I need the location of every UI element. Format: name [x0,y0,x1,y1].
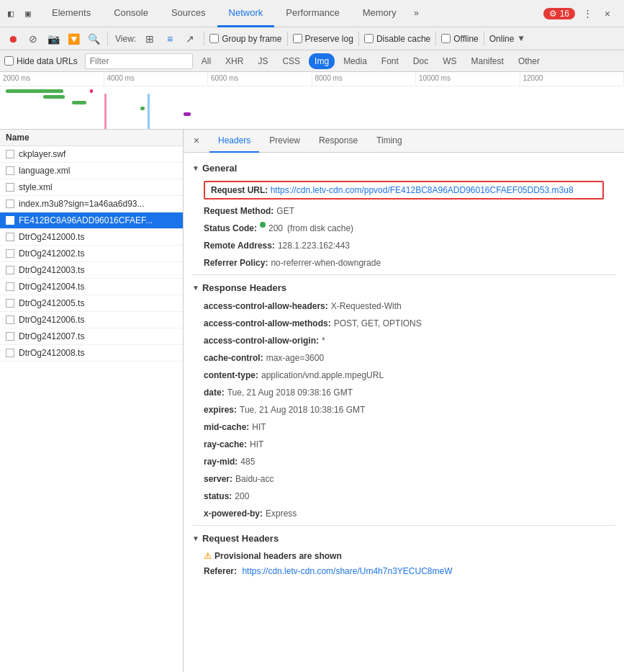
file-item-language[interactable]: language.xml [0,163,183,179]
record-button[interactable]: ⏺ [4,30,22,48]
resp-header-key-9: ray-mid: [204,455,238,468]
tab-sources[interactable]: Sources [160,0,217,27]
resp-header-key-7: mid-cache: [204,421,249,434]
resp-header-key-2: access-control-allow-origin: [204,334,319,347]
resp-header-val-3: max-age=3600 [266,351,324,364]
resp-header-key-6: expires: [204,403,237,416]
filter-doc[interactable]: Doc [407,53,434,69]
filter-js[interactable]: JS [252,53,273,69]
view-arrows-button[interactable]: ↗ [181,30,199,48]
detail-panel: × Headers Preview Response Timing ▼ Gene… [184,130,624,672]
file-checkbox [6,233,14,241]
request-headers-section-header[interactable]: ▼ Request Headers [192,529,615,548]
file-item-dtrog-4[interactable]: DtrOg2412004.ts [0,279,183,295]
request-url-box: Request URL: https://cdn.letv-cdn.com/pp… [204,181,604,200]
dock-main-icon[interactable]: ▣ [20,6,36,22]
file-item-index-m3u8[interactable]: index.m3u8?sign=1a46aa6d93... [0,196,183,212]
timeline-bars [0,86,624,129]
resp-header-key-11: status: [204,490,232,503]
detail-tab-response[interactable]: Response [310,130,366,153]
tab-elements[interactable]: Elements [40,0,102,27]
timeline-ruler: 2000 ms 4000 ms 6000 ms 8000 ms 10000 ms… [0,72,624,86]
file-checkbox [6,183,14,192]
filter-xhr[interactable]: XHR [220,53,249,69]
filter-other[interactable]: Other [512,53,546,69]
file-item-dtrog-2[interactable]: DtrOg2412002.ts [0,246,183,262]
toolbar-separator-2 [204,32,204,46]
resp-header-val-7: HIT [252,421,266,434]
camera-button[interactable]: 📷 [45,30,62,48]
disable-cache-checkbox[interactable]: Disable cache [364,34,430,44]
file-item-style[interactable]: style.xml [0,179,183,196]
detail-tab-headers[interactable]: Headers [209,130,259,153]
response-headers-section-header[interactable]: ▼ Response Headers [192,278,615,297]
resp-header-val-6: Tue, 21 Aug 2018 10:38:16 GMT [240,403,365,416]
file-checkbox [6,216,14,225]
filter-button[interactable]: 🔽 [65,30,82,48]
preserve-log-input[interactable] [293,34,302,43]
resp-header-row-5: date: Tue, 21 Aug 2018 09:38:16 GMT [192,384,615,401]
more-options-icon[interactable]: ✕ [600,6,615,22]
detail-close-button[interactable]: × [189,134,204,148]
view-grid-button[interactable]: ⊞ [141,30,158,48]
preserve-log-label: Preserve log [305,34,353,44]
group-by-frame-checkbox[interactable]: Group by frame [209,34,281,44]
preserve-log-checkbox[interactable]: Preserve log [293,34,353,44]
hide-data-urls-input[interactable] [4,56,14,66]
filter-img[interactable]: Img [309,53,335,69]
view-lines-button[interactable]: ≡ [161,30,178,48]
offline-checkbox[interactable]: Offline [441,34,478,44]
file-name: DtrOg2412002.ts [19,248,177,259]
disable-cache-input[interactable] [364,34,374,43]
file-item-dtrog-3[interactable]: DtrOg2412003.ts [0,262,183,279]
general-section-header[interactable]: ▼ General [192,158,615,178]
hide-data-urls-checkbox[interactable]: Hide data URLs [4,56,78,66]
file-item-dtrog-8[interactable]: DtrOg2412008.ts [0,345,183,362]
main-area: Name ckplayer.swf language.xml style.xml… [0,130,624,672]
resp-header-val-11: 200 [235,490,249,503]
filter-manifest[interactable]: Manifest [466,53,510,69]
tab-network[interactable]: Network [217,0,275,27]
stop-button[interactable]: ⊘ [24,30,42,48]
filter-input[interactable] [85,53,193,69]
file-item-dtrog-0[interactable]: DtrOg2412000.ts [0,229,183,246]
filter-font[interactable]: Font [376,53,404,69]
file-item-dtrog-6[interactable]: DtrOg2412006.ts [0,312,183,328]
filter-css[interactable]: CSS [276,53,306,69]
group-by-frame-input[interactable] [209,34,219,43]
resp-header-row-3: cache-control: max-age=3600 [192,349,615,367]
hide-data-urls-label: Hide data URLs [17,56,78,66]
online-dropdown-icon[interactable]: ▼ [518,34,523,44]
referer-key: Referer: [204,566,237,576]
tab-more-button[interactable]: » [408,0,425,27]
status-green-dot [260,222,266,228]
file-item-dtrog-5[interactable]: DtrOg2412005.ts [0,295,183,312]
toolbar-separator-1 [107,32,108,46]
general-section-arrow: ▼ [192,164,199,172]
file-item-dtrog-7[interactable]: DtrOg2412007.ts [0,328,183,345]
resp-header-row-6: expires: Tue, 21 Aug 2018 10:38:16 GMT [192,401,615,418]
settings-icon[interactable]: ⋮ [579,6,595,22]
file-checkbox [6,150,14,158]
resp-header-key-10: server: [204,472,232,485]
file-item-ckplayer[interactable]: ckplayer.swf [0,146,183,163]
filter-media[interactable]: Media [338,53,373,69]
resp-header-row-8: ray-cache: HIT [192,436,615,453]
tab-memory[interactable]: Memory [351,0,408,27]
tab-console[interactable]: Console [102,0,160,27]
search-button[interactable]: 🔍 [85,30,102,48]
filter-bar: Hide data URLs All XHR JS CSS Img Media … [0,50,624,72]
offline-input[interactable] [441,34,451,43]
detail-tab-preview[interactable]: Preview [261,130,309,153]
detail-tab-timing[interactable]: Timing [368,130,411,153]
remote-address-value: 128.1.223.162:443 [278,239,350,252]
resp-header-val-2: * [322,334,325,347]
tick-4000: 4000 ms [104,72,209,86]
file-name: FE412BC8A96ADD96016CFAEF... [19,215,177,225]
filter-all[interactable]: All [196,53,217,69]
file-item-fe412[interactable]: FE412BC8A96ADD96016CFAEF... [0,212,183,229]
warning-icon: ⚠ [204,551,212,561]
dock-left-icon[interactable]: ◧ [3,6,19,22]
tab-performance[interactable]: Performance [274,0,351,27]
filter-ws[interactable]: WS [437,53,462,69]
